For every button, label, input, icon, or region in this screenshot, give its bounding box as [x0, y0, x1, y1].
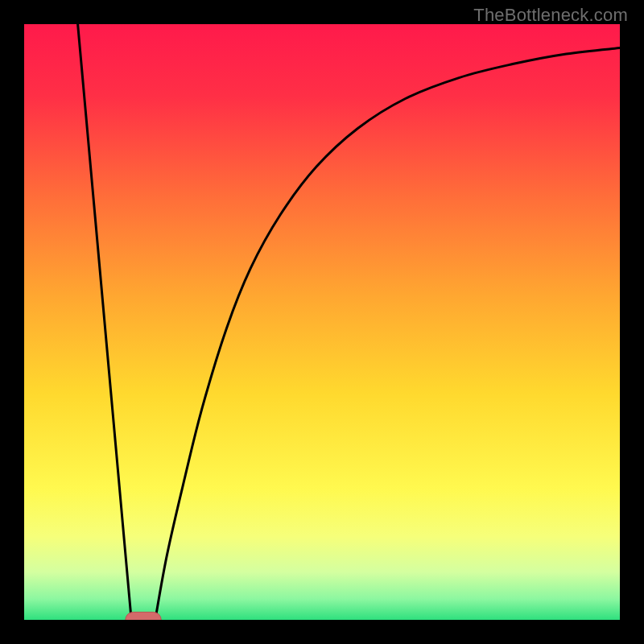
watermark-text: TheBottleneck.com — [473, 5, 628, 26]
optimal-marker — [126, 612, 161, 620]
chart-frame: TheBottleneck.com — [0, 0, 644, 644]
series-right-curve — [155, 48, 620, 620]
svg-rect-1 — [126, 612, 161, 620]
series-left-line — [78, 24, 132, 620]
plot-area — [24, 24, 620, 620]
chart-curves — [24, 24, 620, 620]
